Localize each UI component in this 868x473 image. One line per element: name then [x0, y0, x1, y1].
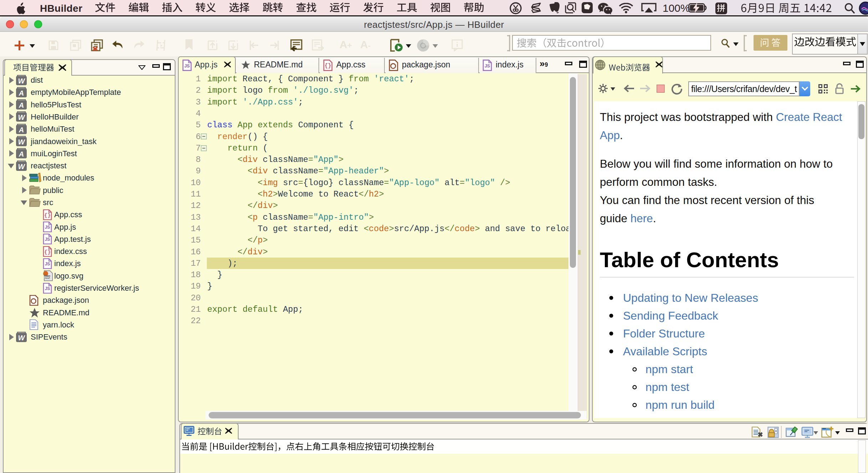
- svg-text:JS: JS: [45, 286, 50, 291]
- svg-text:JS: JS: [184, 63, 190, 68]
- svg-text:A: A: [19, 101, 24, 109]
- svg-text:A: A: [19, 126, 24, 134]
- svg-text:W: W: [18, 77, 26, 85]
- svg-text:{}: {}: [44, 249, 51, 255]
- svg-text:W: W: [18, 113, 26, 121]
- svg-text:{}: {}: [44, 213, 51, 219]
- svg-text:SVG: SVG: [44, 276, 51, 279]
- svg-text:W: W: [18, 163, 26, 171]
- svg-text:A: A: [19, 150, 24, 158]
- svg-text:JS: JS: [45, 261, 50, 266]
- svg-text:{}: {}: [325, 63, 331, 69]
- svg-text:A: A: [19, 89, 24, 97]
- svg-text:JS: JS: [45, 225, 50, 230]
- svg-text:JS: JS: [485, 63, 490, 68]
- svg-text:JS: JS: [45, 237, 50, 242]
- svg-text:W: W: [18, 334, 26, 342]
- svg-text:W: W: [18, 138, 26, 146]
